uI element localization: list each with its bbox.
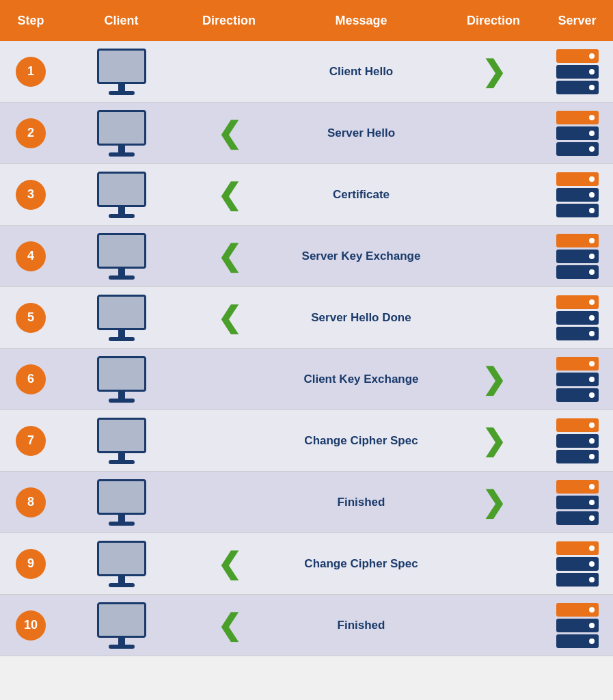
server-dot xyxy=(589,299,595,305)
monitor-icon xyxy=(97,541,146,587)
table-row: 10 ❮ Finished xyxy=(0,595,613,656)
server-icon xyxy=(556,111,599,156)
step-badge: 7 xyxy=(16,426,46,456)
server-dot xyxy=(589,238,595,243)
table-row: 1 Client Hello ❯ xyxy=(0,41,613,103)
server-unit-mid xyxy=(556,619,599,632)
header-server: Server xyxy=(541,14,613,28)
monitor-base xyxy=(109,214,135,218)
direction-left-cell: ❮ xyxy=(181,611,277,640)
server-dot xyxy=(589,422,595,428)
step-cell: 9 xyxy=(0,549,62,579)
direction-left-cell: ❮ xyxy=(181,304,277,332)
client-cell xyxy=(62,479,181,526)
server-unit-top xyxy=(556,172,599,186)
server-unit-bot xyxy=(556,327,599,340)
monitor-screen xyxy=(97,233,146,269)
step-badge: 6 xyxy=(16,364,46,394)
client-cell xyxy=(62,418,181,464)
step-cell: 1 xyxy=(0,57,62,87)
arrow-left-icon: ❮ xyxy=(217,180,241,209)
server-icon xyxy=(556,295,599,340)
monitor-screen xyxy=(97,356,146,392)
step-cell: 4 xyxy=(0,241,62,271)
server-unit-top xyxy=(556,603,599,617)
server-unit-mid xyxy=(556,373,599,386)
server-dot xyxy=(589,208,595,213)
server-icon xyxy=(556,541,599,587)
client-cell xyxy=(62,602,181,649)
monitor-icon xyxy=(97,295,146,341)
monitor-icon xyxy=(97,418,146,464)
monitor-base xyxy=(109,645,135,649)
monitor-neck xyxy=(118,576,125,583)
direction-left-cell: ❮ xyxy=(181,180,277,209)
table-row: 8 Finished ❯ xyxy=(0,472,613,533)
direction-right-cell: ❯ xyxy=(446,365,541,394)
direction-left-cell: ❮ xyxy=(181,119,277,148)
server-dot xyxy=(589,254,595,259)
server-unit-top xyxy=(556,49,599,63)
client-cell xyxy=(62,110,181,157)
server-unit-mid xyxy=(556,65,599,79)
message-text: Change Cipher Spec xyxy=(304,557,418,571)
monitor-base xyxy=(109,399,135,403)
monitor-neck xyxy=(118,330,125,337)
header-direction-right: Direction xyxy=(446,14,541,28)
step-badge: 5 xyxy=(16,303,46,333)
arrow-right-icon: ❯ xyxy=(482,488,506,517)
server-dot xyxy=(589,546,595,551)
arrow-left-icon: ❮ xyxy=(217,304,241,332)
arrow-right-icon: ❯ xyxy=(482,427,506,455)
direction-left-cell: ❮ xyxy=(181,550,277,578)
client-cell xyxy=(62,49,181,95)
server-dot xyxy=(589,454,595,459)
server-dot xyxy=(589,438,595,444)
monitor-screen xyxy=(97,49,146,84)
table-row: 7 Change Cipher Spec ❯ xyxy=(0,410,613,472)
table-header: Step Client Direction Message Direction … xyxy=(0,0,613,41)
message-cell: Change Cipher Spec xyxy=(277,557,446,571)
server-unit-top xyxy=(556,234,599,247)
header-message: Message xyxy=(277,14,446,28)
server-dot xyxy=(589,515,595,521)
message-text: Change Cipher Spec xyxy=(304,434,418,448)
server-cell xyxy=(541,357,613,402)
monitor-neck xyxy=(118,269,125,275)
message-text: Client Key Exchange xyxy=(303,373,418,386)
table-row: 4 ❮ Server Key Exchange xyxy=(0,226,613,287)
server-cell xyxy=(541,295,613,340)
monitor-screen xyxy=(97,110,146,146)
server-dot xyxy=(589,500,595,505)
server-dot xyxy=(589,269,595,275)
monitor-base xyxy=(109,152,135,157)
server-unit-bot xyxy=(556,450,599,463)
table-row: 9 ❮ Change Cipher Spec xyxy=(0,533,613,595)
server-dot xyxy=(589,561,595,567)
server-unit-mid xyxy=(556,496,599,509)
server-dot xyxy=(589,192,595,198)
server-dot xyxy=(589,484,595,489)
server-dot xyxy=(589,607,595,612)
arrow-left-icon: ❮ xyxy=(217,119,241,148)
server-unit-bot xyxy=(556,511,599,525)
monitor-base xyxy=(109,337,135,341)
monitor-screen xyxy=(97,541,146,576)
server-unit-top xyxy=(556,295,599,309)
step-badge: 8 xyxy=(16,487,46,517)
server-unit-top xyxy=(556,541,599,555)
monitor-screen xyxy=(97,479,146,515)
step-badge: 10 xyxy=(16,610,46,641)
monitor-icon xyxy=(97,172,146,218)
server-unit-top xyxy=(556,357,599,371)
monitor-base xyxy=(109,275,135,280)
message-text: Client Hello xyxy=(329,65,394,79)
step-cell: 5 xyxy=(0,303,62,333)
header-direction-left: Direction xyxy=(181,14,277,28)
server-icon xyxy=(556,418,599,463)
server-dot xyxy=(589,176,595,182)
server-icon xyxy=(556,234,599,279)
arrow-right-icon: ❯ xyxy=(482,365,506,394)
step-badge: 2 xyxy=(16,118,46,148)
monitor-icon xyxy=(97,602,146,649)
